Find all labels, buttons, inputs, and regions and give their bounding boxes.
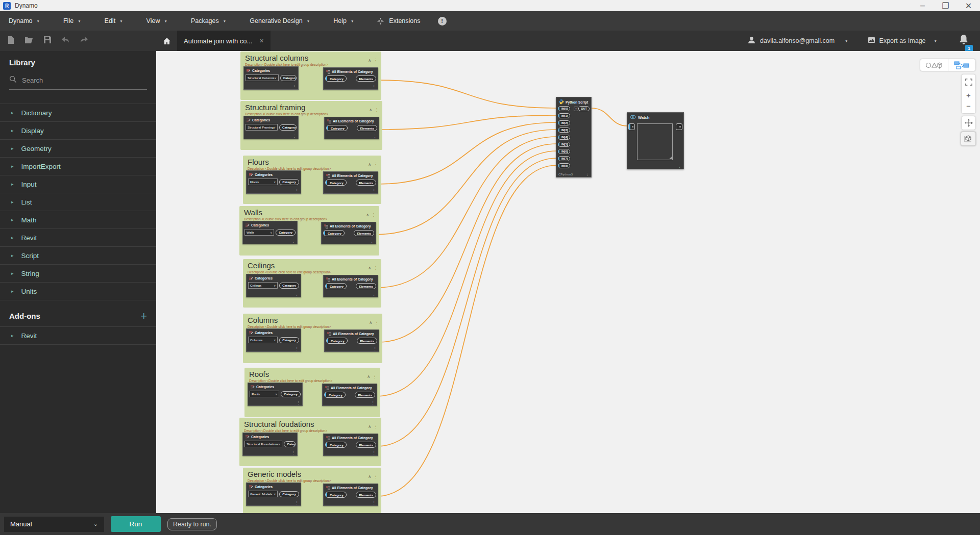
tab-automate-join[interactable]: Automate join with co... × [177,31,271,51]
category-input-port[interactable]: Category [325,283,347,289]
sidebar-item-units[interactable]: ▸Units [0,283,156,300]
python-input-port[interactable]: IN[7] [558,156,570,161]
sidebar-item-importexport[interactable]: ▸ImportExport [0,158,156,175]
python-input-port[interactable]: IN[2] [558,120,570,125]
collapse-group-icon[interactable]: ∧ [368,424,371,429]
kebab-icon[interactable]: ⋮ [374,162,378,167]
kebab-icon[interactable]: ⋮ [375,108,379,112]
collapse-group-icon[interactable]: ∧ [368,58,371,63]
all-elements-of-category-node[interactable]: All Elements of CategoryCategoryElements… [321,222,376,244]
category-input-port[interactable]: Category [325,180,347,186]
tab-close-icon[interactable]: × [259,37,263,45]
category-dropdown[interactable]: Generic Models∨ [248,491,278,497]
maximize-button[interactable]: ❐ [934,0,957,11]
group-ceilings[interactable]: CeilingsDescription <Double click here t… [243,259,381,308]
category-output-port[interactable]: Category [284,441,296,447]
graph-view-button[interactable] [948,59,976,71]
kebab-icon[interactable]: ⋮ [678,164,681,168]
export-as-image-button[interactable]: Export as Image ▼ [868,36,937,45]
watch-node[interactable]: Watch ⋮ [627,112,684,169]
categories-node[interactable]: CategoriesStructural Foundations∨Categor… [242,432,298,456]
save-icon[interactable] [43,36,52,46]
python-engine-label[interactable]: CPython3 [558,173,573,176]
category-dropdown[interactable]: Walls∨ [244,229,274,236]
elements-output-port[interactable]: Elements [356,442,376,448]
home-icon[interactable] [163,37,171,45]
all-elements-of-category-node[interactable]: All Elements of CategoryCategoryElements… [324,117,379,139]
kebab-icon[interactable]: ⋮ [371,401,375,405]
category-input-port[interactable]: Category [325,492,347,498]
watch-output-port[interactable] [676,123,682,130]
menu-dynamo[interactable]: Dynamo▼ [9,17,40,24]
menu-packages[interactable]: Packages▼ [191,17,226,24]
kebab-icon[interactable]: ⋮ [373,374,377,379]
kebab-icon[interactable]: ⋮ [372,85,376,89]
category-input-port[interactable]: Category [326,338,348,344]
elements-output-port[interactable]: Elements [356,283,376,289]
fit-view-button[interactable] [965,79,972,88]
category-input-port[interactable]: Category [323,230,345,236]
kebab-icon[interactable]: ⋮ [372,292,376,296]
category-output-port[interactable]: Category [279,179,299,185]
category-dropdown[interactable]: Columns∨ [248,337,278,343]
new-file-icon[interactable] [7,36,15,46]
all-elements-of-category-node[interactable]: All Elements of CategoryCategoryElements… [323,171,378,194]
resize-handle[interactable] [669,157,672,159]
category-dropdown[interactable]: Ceilings∨ [248,282,278,289]
close-button[interactable]: ✕ [957,0,980,11]
add-package-icon[interactable]: + [140,312,147,320]
collapse-group-icon[interactable]: ∧ [369,320,372,325]
addon-item-revit[interactable]: ▸Revit [0,327,156,345]
kebab-icon[interactable]: ⋮ [374,266,378,270]
all-elements-of-category-node[interactable]: All Elements of CategoryCategoryElements… [323,67,378,90]
menu-edit[interactable]: Edit▼ [105,17,123,24]
category-output-port[interactable]: Category [279,337,299,343]
sidebar-item-dictionary[interactable]: ▸Dictionary [0,104,156,122]
kebab-icon[interactable]: ⋮ [374,58,378,63]
group-columns[interactable]: ColumnsDescription <Double click here to… [243,314,382,363]
category-dropdown[interactable]: Floors∨ [248,179,278,185]
category-output-port[interactable]: Category [279,124,297,131]
categories-node[interactable]: CategoriesGeneric Models∨Category⋮ [246,482,301,506]
group-roofs[interactable]: RoofsDescription <Double click here to e… [244,368,380,417]
minimize-button[interactable]: – [911,0,934,11]
account-menu[interactable]: davila.alfonso@gmail.com ▼ [747,36,848,46]
zoom-out-button[interactable]: − [966,103,971,109]
category-dropdown[interactable]: Roofs∨ [250,391,279,397]
collapse-group-icon[interactable]: ∧ [369,108,372,112]
pan-button[interactable] [962,116,975,130]
kebab-icon[interactable]: ⋮ [295,292,299,296]
kebab-icon[interactable]: ⋮ [585,172,589,176]
category-input-port[interactable]: Category [324,392,346,398]
menu-extensions[interactable]: Extensions [377,17,420,24]
categories-node[interactable]: CategoriesRoofs∨Category⋮ [248,383,303,406]
python-input-port[interactable]: IN[8] [558,163,570,168]
kebab-icon[interactable]: ⋮ [292,85,296,89]
elements-output-port[interactable]: Elements [355,392,375,398]
category-dropdown[interactable]: Structural Columns∨ [246,74,279,81]
graph-canvas[interactable]: Structural columnsDescription <Double cl… [156,51,980,513]
menu-file[interactable]: File▼ [63,17,81,24]
run-button[interactable]: Run [111,516,161,532]
sidebar-item-math[interactable]: ▸Math [0,211,156,229]
kebab-icon[interactable]: ⋮ [292,134,296,138]
elements-output-port[interactable]: Elements [356,75,376,82]
all-elements-of-category-node[interactable]: All Elements of CategoryCategoryElements… [322,384,377,406]
menu-generative-design[interactable]: Generative Design▼ [250,17,310,24]
python-input-port[interactable]: IN[5] [558,142,570,147]
categories-node[interactable]: CategoriesCeilings∨Category⋮ [246,274,301,297]
kebab-icon[interactable]: ⋮ [295,189,299,193]
watch-input-port[interactable] [628,123,635,130]
category-dropdown[interactable]: Structural Framing∨ [246,124,278,131]
all-elements-of-category-node[interactable]: All Elements of CategoryCategoryElements… [324,329,379,352]
python-input-port[interactable]: IN[1] [558,113,570,118]
notifications-button[interactable]: 1 [959,34,969,47]
elements-output-port[interactable]: Elements [357,125,377,131]
kebab-icon[interactable]: ⋮ [374,474,378,479]
python-input-port[interactable]: IN[6] [558,149,570,154]
category-output-port[interactable]: Category [280,75,297,81]
sidebar-item-input[interactable]: ▸Input [0,175,156,193]
collapse-group-icon[interactable]: ∧ [366,213,369,217]
collapse-group-icon[interactable]: ∧ [367,374,370,379]
kebab-icon[interactable]: ⋮ [373,347,377,351]
